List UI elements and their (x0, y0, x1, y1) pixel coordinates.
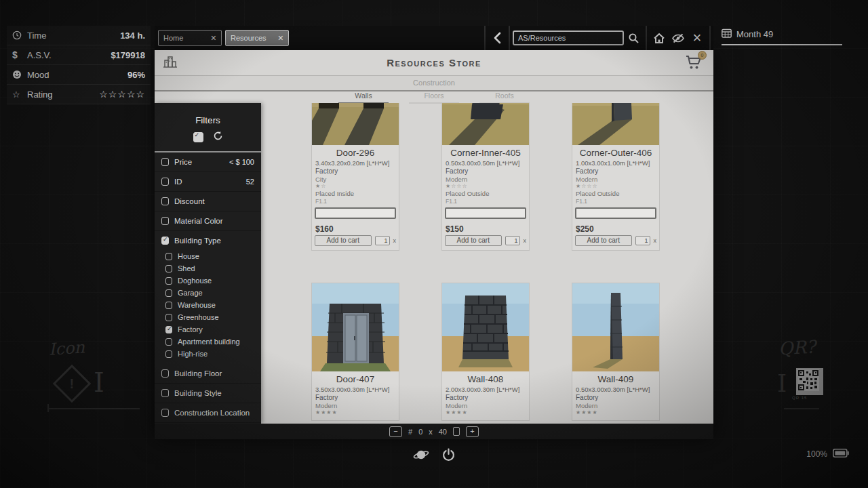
cart-button[interactable]: 0 (685, 54, 704, 72)
filter-sub-warehouse[interactable]: Warehouse (155, 299, 261, 311)
product-image-corner-outer-406 (572, 103, 659, 145)
category-tab-construction[interactable]: Construction (155, 76, 713, 92)
product-style: Modern (315, 402, 395, 409)
checkbox-icon[interactable] (165, 314, 172, 321)
quantity-input[interactable]: 1 (635, 236, 650, 245)
filter-sub-doghouse[interactable]: Doghouse (155, 274, 261, 287)
address-value: AS/Resources (518, 34, 566, 42)
star-icon: ☆ (12, 89, 26, 100)
product-image-door-407 (312, 283, 399, 371)
address-input[interactable]: AS/Resources (513, 30, 624, 45)
add-to-cart-button[interactable]: Add to cart (575, 235, 632, 246)
product-rating: ★★★★ (446, 409, 526, 416)
close-tab-icon[interactable]: × (278, 33, 283, 43)
filter-item-id[interactable]: ID 52 (155, 172, 261, 192)
filter-item-discount[interactable]: Discount (155, 192, 261, 211)
filters-master-checkbox[interactable] (193, 132, 203, 142)
checkbox-icon[interactable] (165, 277, 172, 285)
filter-label: Discount (174, 197, 205, 205)
filter-item-price[interactable]: Price < $ 100 (155, 152, 261, 172)
power-icon[interactable] (441, 448, 456, 465)
stat-value: 134 h. (120, 30, 145, 41)
product-name: Wall-409 (572, 374, 659, 385)
page-increase-button[interactable]: + (466, 426, 479, 437)
subtab-walls[interactable]: Walls (337, 92, 390, 103)
battery-icon (833, 449, 849, 460)
filter-label: Garage (178, 289, 203, 297)
tab-home[interactable]: Home × (158, 30, 222, 46)
checkbox-icon[interactable] (165, 302, 172, 309)
filter-sub-garage[interactable]: Garage (155, 287, 261, 299)
filter-item-construction-location[interactable]: Construction Location (155, 403, 261, 423)
filter-label: Building Floor (174, 369, 222, 378)
product-type: Factory (315, 394, 395, 402)
product-card-corner-inner-405: Corner-Inner-405 0.50x3.00x0.50m [L*H*W]… (441, 103, 530, 251)
subtab-roofs[interactable]: Roofs (478, 92, 531, 103)
home-icon[interactable] (651, 30, 667, 46)
product-note-input[interactable] (445, 207, 526, 219)
tab-resources[interactable]: Resources × (225, 30, 289, 46)
page-decrease-button[interactable]: − (389, 426, 402, 437)
product-type: Factory (576, 167, 656, 176)
checkbox-icon[interactable] (161, 158, 169, 166)
eye-off-icon[interactable] (670, 30, 686, 46)
filter-label: Factory (178, 325, 203, 333)
checkbox-icon[interactable] (165, 265, 172, 272)
checkbox-icon[interactable] (161, 217, 169, 225)
product-list: Door-296 3.40x3.20x0.20m [L*H*W] Factory… (261, 103, 713, 424)
checkbox-icon[interactable] (161, 178, 169, 186)
checkbox-icon[interactable] (165, 289, 172, 297)
product-note-input[interactable] (575, 207, 656, 219)
filter-item-building-style[interactable]: Building Style (155, 384, 261, 403)
filter-label: Shed (178, 264, 195, 272)
checkbox-icon[interactable] (165, 338, 172, 346)
checkbox-icon[interactable] (161, 409, 169, 417)
product-rating: ★★★★ (315, 409, 395, 416)
checkbox-checked-icon[interactable] (161, 237, 169, 245)
product-price: $250 (576, 224, 656, 234)
product-note-input[interactable] (315, 207, 396, 219)
checkbox-icon[interactable] (161, 369, 169, 378)
battery-status: 100% (806, 449, 849, 460)
refresh-icon[interactable] (213, 131, 223, 144)
search-icon[interactable] (625, 30, 642, 46)
product-image-corner-inner-405 (442, 103, 529, 145)
filter-sub-factory[interactable]: Factory (155, 323, 261, 336)
filter-sub-house[interactable]: House (155, 250, 261, 262)
sketch-line (784, 408, 819, 409)
close-tab-icon[interactable]: × (211, 33, 216, 43)
product-style: Modern (446, 176, 526, 183)
filter-item-material-color[interactable]: Material Color (155, 211, 261, 231)
back-button[interactable] (488, 29, 506, 47)
filter-sub-highrise[interactable]: High-rise (155, 348, 261, 360)
product-image-wall-409 (572, 283, 659, 371)
filter-sub-greenhouse[interactable]: Greenhouse (155, 311, 261, 323)
page-checkbox[interactable] (453, 427, 460, 436)
add-to-cart-button[interactable]: Add to cart (445, 235, 502, 246)
product-price: $150 (446, 224, 526, 234)
clock-icon (12, 30, 26, 40)
filter-value: 52 (246, 178, 254, 186)
product-dimensions: 1.00x3.00x1.00m [L*H*W] (576, 159, 656, 167)
filter-sub-apartment[interactable]: Apartment building (155, 336, 261, 348)
filter-label: Construction Location (174, 409, 250, 417)
stat-label: Rating (27, 89, 53, 100)
quantity-input[interactable]: 1 (505, 236, 520, 245)
close-window-icon[interactable]: × (689, 30, 705, 46)
checkbox-icon[interactable] (161, 389, 169, 397)
filter-label: High-rise (178, 350, 208, 358)
month-label: Month 49 (736, 29, 773, 39)
quantity-input[interactable]: 1 (375, 236, 390, 245)
checkbox-checked-icon[interactable] (165, 326, 172, 333)
checkbox-icon[interactable] (165, 350, 172, 358)
filter-item-building-floor[interactable]: Building Floor (155, 364, 261, 384)
page-size: 40 (439, 428, 447, 436)
stat-row-rating: ☆ Rating ☆☆☆☆☆ (7, 85, 151, 104)
filter-item-building-type[interactable]: Building Type (155, 231, 261, 250)
filter-sub-shed[interactable]: Shed (155, 262, 261, 274)
checkbox-icon[interactable] (161, 197, 169, 205)
planet-icon[interactable] (413, 448, 429, 464)
add-to-cart-button[interactable]: Add to cart (315, 235, 372, 246)
subtab-floors[interactable]: Floors (408, 92, 460, 103)
checkbox-icon[interactable] (165, 253, 172, 260)
